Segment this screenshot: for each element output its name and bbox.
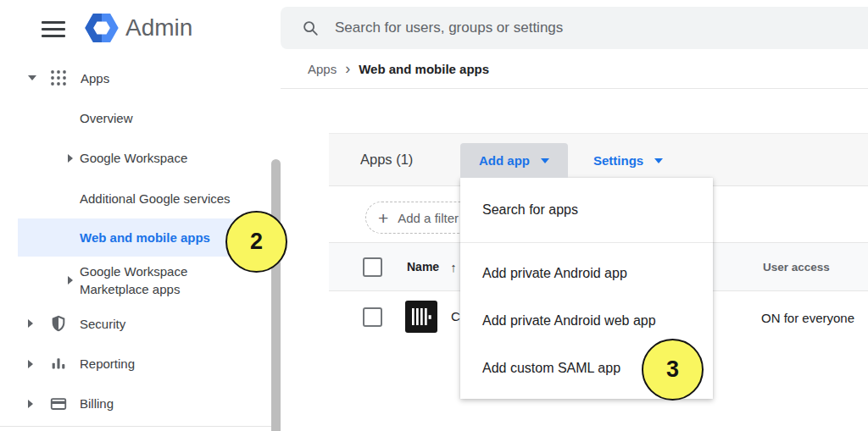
search-icon [301,19,320,37]
sidebar-item-apps[interactable]: Apps [0,58,281,98]
add-app-button-label: Add app [479,153,530,168]
sidebar-item-overview[interactable]: Overview [0,98,281,138]
chevron-down-icon [654,158,663,163]
sidebar-item-additional-google-services[interactable]: Additional Google services [0,178,281,218]
select-all-checkbox[interactable] [363,257,382,277]
row-checkbox[interactable] [363,307,382,327]
sort-ascending-icon[interactable]: ↑ [450,260,457,274]
bar-chart-icon [49,355,68,373]
sidebar-item-label: Apps [81,71,109,86]
sidebar-scrollbar[interactable] [271,159,281,431]
breadcrumb: Apps › Web and mobile apps [281,49,868,89]
settings-button-label: Settings [593,153,643,168]
apps-grid-icon [49,69,68,87]
google-admin-console: Admin Apps › Web and mobile apps Apps [0,0,868,431]
sidebar-item-billing[interactable]: Billing [0,384,281,423]
sidebar-item-label: Web and mobile apps [80,230,210,245]
chevron-right-icon[interactable] [68,276,73,285]
app-row-user-access: ON for everyone [761,311,854,325]
breadcrumb-current: Web and mobile apps [359,62,489,76]
apps-count-title: Apps (1) [360,134,413,185]
annotation-step-2: 2 [225,211,287,273]
chevron-right-icon[interactable] [28,319,33,328]
chevron-down-icon[interactable] [28,75,36,80]
credit-card-icon [49,395,68,413]
settings-button[interactable]: Settings [593,143,663,178]
menu-item-search-for-apps[interactable]: Search for apps [460,178,713,242]
sidebar-item-label: Additional Google services [80,191,231,206]
barcode-app-tile-icon[interactable] [405,301,437,333]
chevron-right-icon[interactable] [28,360,33,368]
annotation-step-3: 3 [642,339,704,401]
add-app-button[interactable]: Add app [460,143,568,178]
breadcrumb-separator: › [345,63,350,75]
plus-icon: + [378,209,388,227]
google-admin-logo-icon[interactable] [83,9,120,47]
app-title: Admin [125,14,192,41]
sidebar-item-label: Billing [80,396,114,411]
column-header-user-access: User access [763,243,830,290]
sidebar-item-security[interactable]: Security [0,303,281,344]
column-header-name[interactable]: Name [407,260,439,274]
chevron-right-icon[interactable] [28,400,33,408]
sidebar-item-label: Security [80,317,125,331]
hamburger-menu-icon[interactable] [42,21,65,37]
search-input[interactable] [335,19,810,36]
breadcrumb-parent-link[interactable]: Apps [308,62,337,76]
global-search-bar[interactable] [281,7,868,49]
sidebar-item-google-workspace[interactable]: Google Workspace [0,138,281,178]
app-row-name[interactable]: C [451,309,460,323]
menu-item-add-private-android-app[interactable]: Add private Android app [460,250,713,297]
add-filter-label: Add a filter [398,211,459,225]
sidebar-item-label: Google Workspace [80,151,187,165]
sidebar-item-web-and-mobile-apps[interactable]: Web and mobile apps [18,218,257,257]
sidebar-item-label: Overview [80,111,133,125]
sidebar-item-label: Reporting [80,356,135,371]
sidebar-item-reporting[interactable]: Reporting [0,344,281,384]
menu-item-add-private-android-web-app[interactable]: Add private Android web app [460,297,713,345]
chevron-down-icon [541,158,549,163]
sidebar-item-label: Google Workspace Marketplace apps [80,262,211,298]
chevron-right-icon[interactable] [68,154,73,163]
sidebar-divider [0,426,280,427]
shield-icon [49,314,68,333]
